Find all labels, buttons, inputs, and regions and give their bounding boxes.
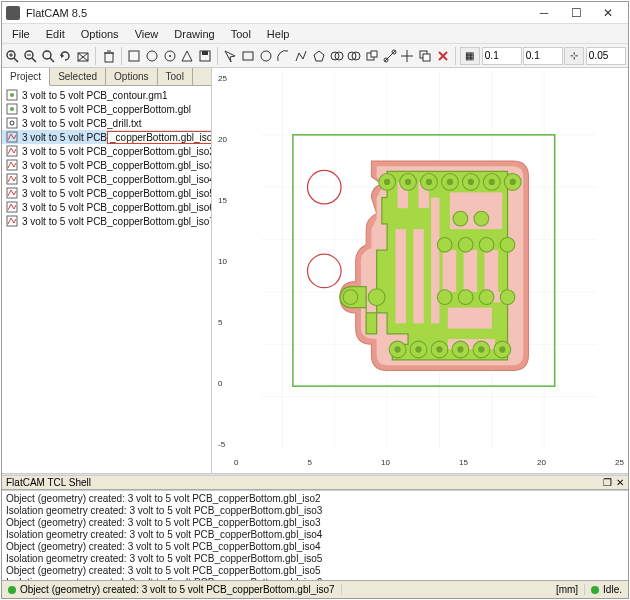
delete-shape-icon[interactable] (434, 46, 451, 66)
tree-item[interactable]: 3 volt to 5 volt PCB_copperBottom.gbl_is… (2, 158, 211, 172)
tree-item[interactable]: 3 volt to 5 volt PCB_copperBottom.gbl (2, 102, 211, 116)
add-circle-icon[interactable] (257, 46, 274, 66)
tree-item[interactable]: 3 volt to 5 volt PCB_copperBottom.gbl_is… (2, 144, 211, 158)
snap-button[interactable]: ⊹ (564, 47, 584, 65)
status-message: Object (geometry) created: 3 volt to 5 v… (20, 584, 335, 595)
zoom-in-icon[interactable] (4, 46, 21, 66)
status-ok-icon (8, 586, 16, 594)
edit-geometry-icon[interactable] (179, 46, 196, 66)
minimize-button[interactable]: ─ (528, 3, 560, 23)
drill-icon (6, 117, 18, 129)
tree-item-label: 3 volt to 5 volt PCB_copperBottom.gbl_is… (22, 202, 211, 213)
delete-icon[interactable] (100, 46, 117, 66)
toolbar: ▦ ⊹ (2, 44, 628, 68)
svg-rect-24 (243, 52, 253, 60)
tree-item[interactable]: 3 volt to 5 volt PCB_copperBottom.gbl_is… (2, 200, 211, 214)
statusbar: Object (geometry) created: 3 volt to 5 v… (2, 580, 628, 598)
svg-line-1 (14, 58, 18, 62)
new-excellon-icon[interactable] (161, 46, 178, 66)
svg-rect-30 (371, 51, 377, 57)
menu-file[interactable]: File (4, 26, 38, 42)
copy-icon[interactable] (417, 46, 434, 66)
project-tree[interactable]: 3 volt to 5 volt PCB_contour.gm13 volt t… (2, 86, 211, 473)
tcl-shell[interactable]: Object (geometry) created: 3 volt to 5 v… (2, 490, 628, 580)
svg-point-105 (426, 179, 432, 185)
plot-canvas[interactable]: 2520151050-5 0510152025 (212, 68, 628, 473)
svg-rect-37 (423, 54, 430, 61)
close-button[interactable]: ✕ (592, 3, 624, 23)
tab-tool[interactable]: Tool (158, 68, 193, 85)
grid-y-control (523, 47, 563, 65)
menu-help[interactable]: Help (259, 26, 298, 42)
tab-project[interactable]: Project (2, 68, 50, 86)
move-icon[interactable] (399, 46, 416, 66)
status-units: [mm] (550, 584, 585, 595)
project-tabs: Project Selected Options Tool (2, 68, 211, 86)
select-icon[interactable] (222, 46, 239, 66)
svg-point-96 (500, 290, 515, 305)
zoom-fit-icon[interactable] (39, 46, 56, 66)
new-geometry-icon[interactable] (126, 46, 143, 66)
x-tick: 15 (459, 458, 468, 467)
shell-header: FlatCAM TCL Shell ❐✕ (2, 476, 628, 490)
grid-x-control: ▦ (460, 47, 522, 65)
svg-point-114 (478, 346, 484, 352)
save-geometry-icon[interactable] (197, 46, 214, 66)
tree-item-label: 3 volt to 5 volt PCB_copperBottom.gbl_is… (22, 160, 211, 171)
replot-icon[interactable] (57, 46, 74, 66)
tree-item[interactable]: 3 volt to 5 volt PCB_copperBottom.gbl_is… (2, 172, 211, 186)
intersection-icon[interactable] (346, 46, 363, 66)
clear-plot-icon[interactable] (75, 46, 92, 66)
tab-selected[interactable]: Selected (50, 68, 106, 85)
tree-item[interactable]: 3 volt to 5 volt PCB_copperBottom.gbl_is… (2, 214, 211, 228)
tree-item[interactable]: 3 volt to 5 volt PCB_copperBottom.gbl_is… (2, 186, 211, 200)
menu-view[interactable]: View (127, 26, 167, 42)
tab-options[interactable]: Options (106, 68, 157, 85)
svg-rect-44 (7, 118, 17, 128)
svg-point-112 (436, 346, 442, 352)
y-tick: 20 (218, 135, 227, 144)
svg-point-19 (169, 55, 171, 57)
svg-point-87 (437, 237, 452, 252)
menu-tool[interactable]: Tool (223, 26, 259, 42)
svg-rect-75 (448, 308, 492, 329)
svg-point-103 (384, 179, 390, 185)
svg-rect-22 (202, 51, 208, 55)
svg-point-113 (457, 346, 463, 352)
maximize-button[interactable]: ☐ (560, 3, 592, 23)
grid-x-input[interactable] (482, 47, 522, 65)
menu-edit[interactable]: Edit (38, 26, 73, 42)
subtract-icon[interactable] (364, 46, 381, 66)
svg-marker-26 (314, 51, 324, 61)
grid-x-button[interactable]: ▦ (460, 47, 480, 65)
shell-line: Object (geometry) created: 3 volt to 5 v… (6, 541, 624, 553)
status-state: Idle. (603, 584, 622, 595)
union-icon[interactable] (328, 46, 345, 66)
add-rect-icon[interactable] (240, 46, 257, 66)
cutpath-icon[interactable] (381, 46, 398, 66)
svg-marker-9 (61, 53, 64, 58)
geometry-icon (6, 187, 18, 199)
new-gerber-icon[interactable] (143, 46, 160, 66)
tree-item[interactable]: 3 volt to 5 volt PCB_contour.gm1 (2, 88, 211, 102)
svg-point-88 (458, 237, 473, 252)
snap-input[interactable] (586, 47, 626, 65)
menu-drawing[interactable]: Drawing (166, 26, 222, 42)
geometry-icon (6, 131, 18, 143)
add-polygon-icon[interactable] (310, 46, 327, 66)
tree-item[interactable]: 3 volt to 5 volt PCB_copperBottom.gbl_is… (2, 130, 211, 144)
svg-rect-70 (431, 198, 439, 324)
tree-item-edit-input[interactable]: _copperBottom.gbl_iso1 (107, 131, 211, 144)
add-path-icon[interactable] (293, 46, 310, 66)
gerber-icon (6, 89, 18, 101)
shell-line: Object (geometry) created: 3 volt to 5 v… (6, 565, 624, 577)
zoom-out-icon[interactable] (22, 46, 39, 66)
shell-detach-icon[interactable]: ❐ (603, 477, 612, 488)
svg-marker-20 (182, 51, 192, 61)
tree-item[interactable]: 3 volt to 5 volt PCB_drill.txt (2, 116, 211, 130)
add-arc-icon[interactable] (275, 46, 292, 66)
grid-y-input[interactable] (523, 47, 563, 65)
menu-options[interactable]: Options (73, 26, 127, 42)
svg-line-5 (32, 58, 36, 62)
shell-close-icon[interactable]: ✕ (616, 477, 624, 488)
